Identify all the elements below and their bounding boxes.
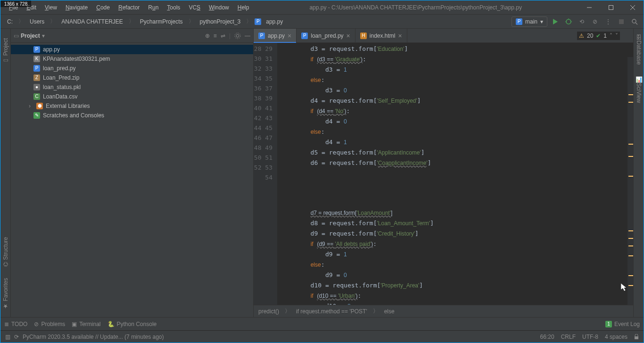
bc-drive[interactable]: C: xyxy=(4,17,16,26)
warning-icon: ⚠ xyxy=(579,33,584,39)
todo-tool-button[interactable]: ≣TODO xyxy=(4,321,27,327)
readonly-toggle[interactable] xyxy=(634,334,639,340)
crumb-else[interactable]: else xyxy=(384,308,395,315)
prev-highlight-button[interactable]: ˄ xyxy=(610,33,612,39)
tab-loan-pred-py[interactable]: Ploan_pred.py× xyxy=(297,29,355,42)
menu-code[interactable]: Code xyxy=(92,2,114,13)
bc-projdir[interactable]: PycharmProjects xyxy=(137,17,186,26)
bc-file[interactable]: app.py xyxy=(263,17,286,26)
profile-button[interactable]: ⊘ xyxy=(590,16,600,27)
python-file-icon: P xyxy=(301,33,308,39)
ok-icon: ✔ xyxy=(596,33,601,39)
tree-item-pem[interactable]: KKPAnandatest030321.pem xyxy=(11,54,253,64)
menu-vcs[interactable]: VCS xyxy=(185,2,204,13)
indent-settings[interactable]: 4 spaces xyxy=(605,334,627,340)
tree-scratches[interactable]: ✎Scratches and Consoles xyxy=(11,111,253,120)
tab-index-html[interactable]: Hindex.html× xyxy=(355,29,407,42)
window-maximize-button[interactable] xyxy=(600,0,622,15)
project-tree[interactable]: Papp.py KKPAnandatest030321.pem Ploan_pr… xyxy=(11,43,253,317)
divider: | xyxy=(229,33,231,39)
menu-navigate[interactable]: Navigate xyxy=(62,2,91,13)
tree-item-label: Scratches and Consoles xyxy=(43,111,104,120)
svg-point-13 xyxy=(235,33,240,39)
pkl-file-icon: ● xyxy=(33,84,40,90)
error-stripe[interactable] xyxy=(627,57,633,305)
zip-file-icon: Z xyxy=(33,74,40,81)
window-close-button[interactable] xyxy=(622,0,644,15)
status-message[interactable]: PyCharm 2020.3.5 available // Update... … xyxy=(23,334,164,340)
event-log-button[interactable]: 1 Event Log xyxy=(605,321,640,327)
run-configuration-selector[interactable]: P main ▾ xyxy=(512,16,547,27)
favorites-tool-button[interactable]: ★Favorites xyxy=(2,272,9,315)
csv-file-icon: C xyxy=(33,93,40,100)
bc-proj[interactable]: pythonProject_3 xyxy=(197,17,244,26)
problems-tool-button[interactable]: ⊘Problems xyxy=(34,321,65,327)
close-icon xyxy=(630,5,635,10)
tree-item-zip[interactable]: ZLoan_Pred.zip xyxy=(11,73,253,82)
attach-button[interactable]: ⋮ xyxy=(603,16,613,27)
svg-rect-1 xyxy=(609,5,613,9)
svg-point-5 xyxy=(566,19,571,24)
database-tool-button[interactable]: 🗄Database xyxy=(636,29,642,70)
tab-label: index.html xyxy=(370,33,396,39)
tab-close-button[interactable]: × xyxy=(347,32,350,40)
project-scope-dropdown[interactable]: ▾ xyxy=(42,33,45,39)
python-console-tool-button[interactable]: 🐍Python Console xyxy=(107,321,157,327)
hide-button[interactable]: — xyxy=(245,33,250,39)
event-count-badge: 1 xyxy=(605,321,612,327)
tree-item-label: loan_pred.py xyxy=(43,64,75,73)
bc-user[interactable]: ANANDA CHATTERJEE xyxy=(58,17,125,26)
inspection-indicator[interactable]: ⚠20 ✔1 ˄ ˅ xyxy=(577,32,620,40)
window-minimize-button[interactable] xyxy=(578,0,600,15)
gear-icon xyxy=(234,33,241,39)
stop-button[interactable] xyxy=(616,16,627,27)
project-tool-button[interactable]: ▭Project xyxy=(2,33,9,70)
chevron-down-icon: ▾ xyxy=(540,18,543,25)
settings-button[interactable] xyxy=(234,33,241,39)
tab-label: loan_pred.py xyxy=(311,33,343,39)
event-log-label: Event Log xyxy=(614,321,640,327)
crumb-if[interactable]: if request.method == 'POST' xyxy=(296,308,367,315)
debug-button[interactable] xyxy=(563,16,574,27)
locate-button[interactable]: ⊕ xyxy=(205,33,210,39)
svg-marker-4 xyxy=(553,19,558,24)
tree-item-csv[interactable]: CLoanData.csv xyxy=(11,92,253,101)
menu-tools[interactable]: Tools xyxy=(163,2,184,13)
caret-position[interactable]: 66:20 xyxy=(540,334,554,340)
python-file-icon: P xyxy=(258,33,265,39)
terminal-tool-button[interactable]: ▣Terminal xyxy=(72,321,100,327)
run-button[interactable] xyxy=(550,16,561,27)
expand-all-button[interactable]: ≡ xyxy=(214,33,217,39)
run-coverage-button[interactable]: ⟲ xyxy=(577,16,587,27)
bc-users[interactable]: Users xyxy=(27,17,47,26)
tree-item-app-py[interactable]: Papp.py xyxy=(11,45,253,54)
tree-external-libraries[interactable]: ›⬢External Libraries xyxy=(11,101,253,111)
tab-app-py[interactable]: Papp.py× xyxy=(254,29,297,42)
tab-close-button[interactable]: × xyxy=(398,32,402,40)
collapse-all-button[interactable]: ⇌ xyxy=(221,33,225,39)
menu-run[interactable]: Run xyxy=(144,2,162,13)
tab-close-button[interactable]: × xyxy=(288,32,291,40)
menu-refactor[interactable]: Refactor xyxy=(115,2,143,13)
structure-tool-button[interactable]: ⌬Structure xyxy=(2,231,9,272)
menu-view[interactable]: View xyxy=(41,2,61,13)
crumb-function[interactable]: predict() xyxy=(258,308,279,315)
tree-item-label: app.py xyxy=(43,45,60,54)
next-highlight-button[interactable]: ˅ xyxy=(615,33,618,39)
sciview-tool-button[interactable]: 📊SciView xyxy=(636,70,642,108)
line-number-gutter[interactable]: 28 29 30 31 32 33 34 35 36 37 38 39 40 4… xyxy=(254,43,277,305)
project-tool-window: ▭ Project ▾ ⊕ ≡ ⇌ | — Papp.py KKPAnandat… xyxy=(11,29,254,317)
menu-help[interactable]: Help xyxy=(234,2,253,13)
menu-window[interactable]: Window xyxy=(205,2,233,13)
code-editor[interactable]: d3 = request.form['Education'] if (d3 ==… xyxy=(277,43,633,305)
tree-item-loan-pred-py[interactable]: Ploan_pred.py xyxy=(11,64,253,73)
svg-rect-9 xyxy=(619,19,624,24)
file-encoding[interactable]: UTF-8 xyxy=(582,334,598,340)
tree-item-label: External Libraries xyxy=(46,101,90,111)
line-separator[interactable]: CRLF xyxy=(561,334,576,340)
tool-windows-button[interactable]: ▥ xyxy=(5,334,10,340)
svg-line-11 xyxy=(636,23,637,24)
tree-item-pkl[interactable]: ●loan_status.pkl xyxy=(11,82,253,92)
search-everywhere-button[interactable] xyxy=(629,16,640,27)
play-icon xyxy=(553,19,558,24)
